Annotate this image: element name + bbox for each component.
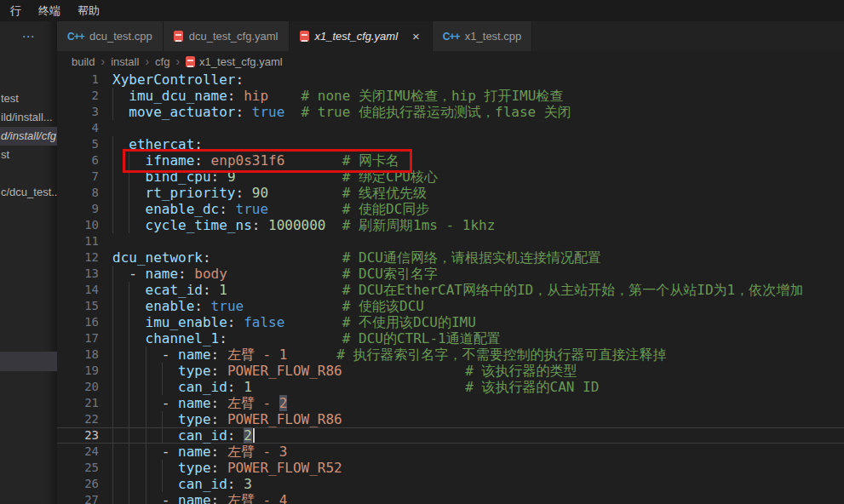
code-line-24[interactable]: 24 - name: 左臂 - 3 xyxy=(57,444,844,460)
tab-dcu-test-cpp[interactable]: C++dcu_test.cpp xyxy=(57,21,164,51)
code-text: can_id: 2 xyxy=(112,427,255,444)
code-line-26[interactable]: 26 can_id: 3 xyxy=(57,476,844,492)
line-number: 21 xyxy=(57,395,112,411)
tab-x1-test-cfg-yaml[interactable]: x1_test_cfg.yaml× xyxy=(290,21,433,51)
code-line-4[interactable]: 4 xyxy=(57,120,844,136)
code-line-6[interactable]: 6 ifname: enp0s31f6 # 网卡名 xyxy=(57,152,844,169)
line-number: 13 xyxy=(57,266,112,282)
code-line-13[interactable]: 13 - name: body # DCU索引名字 xyxy=(57,266,844,282)
line-number: 2 xyxy=(57,88,112,104)
breadcrumb-item-install[interactable]: install xyxy=(111,55,139,68)
code-line-10[interactable]: 10 cycle_time_ns: 1000000 # 刷新周期1ms - 1k… xyxy=(57,217,844,233)
line-number: 10 xyxy=(57,217,112,233)
code-text: - name: 左臂 - 1 # 执行器索引名字，不需要控制的执行器可直接注释掉 xyxy=(112,346,666,363)
chevron-right-icon: › xyxy=(175,54,180,68)
line-number: 23 xyxy=(57,427,112,444)
code-text: ethercat: xyxy=(112,136,203,152)
code-text: enable_dc: true # 使能DC同步 xyxy=(112,201,429,217)
code-line-25[interactable]: 25 type: POWER_FLOW_R52 xyxy=(57,460,844,476)
sidebar-item-label: test xyxy=(1,92,19,105)
code-text: XyberController: xyxy=(112,72,244,88)
breadcrumb: build›install›cfg›x1_test_cfg.yaml xyxy=(57,51,844,72)
code-text: ifname: enp0s31f6 # 网卡名 xyxy=(112,152,399,169)
sidebar-item-label: c/dcu_test... xyxy=(1,186,57,198)
line-number: 5 xyxy=(57,136,112,152)
code-text: can_id: 3 xyxy=(112,476,252,492)
code-line-23[interactable]: 23 can_id: 2 xyxy=(57,427,844,444)
menu-bar: 行终端帮助 xyxy=(0,0,844,21)
sidebar-item-install-cfg[interactable]: d/install/cfg xyxy=(0,127,57,146)
code-text: type: POWER_FLOW_R86 # 该执行器的类型 xyxy=(112,363,577,379)
code-line-7[interactable]: 7 bind_cpu: 9 # 绑定CPU核心 xyxy=(57,169,844,185)
code-line-15[interactable]: 15 enable: true # 使能该DCU xyxy=(57,298,844,314)
line-number: 22 xyxy=(57,411,112,427)
code-line-16[interactable]: 16 imu_enable: false # 不使用该DCU的IMU xyxy=(57,314,844,330)
code-text: ecat_id: 1 # DCU在EtherCAT网络中的ID，从主站开始，第一… xyxy=(112,282,803,298)
word-highlight: 2 xyxy=(244,427,252,444)
line-number: 25 xyxy=(57,460,112,476)
tab-dcu-test-cfg-yaml[interactable]: dcu_test_cfg.yaml xyxy=(164,21,290,51)
yaml-file-icon xyxy=(174,31,183,42)
menu-item-run[interactable]: 行 xyxy=(2,3,30,19)
breadcrumb-item-cfg[interactable]: cfg xyxy=(155,55,169,68)
code-line-22[interactable]: 22 type: POWER_FLOW_R86 xyxy=(57,411,844,427)
sidebar-item-label: ild/install... xyxy=(1,111,53,123)
breadcrumb-item-build[interactable]: build xyxy=(72,55,95,68)
line-number: 8 xyxy=(57,185,112,201)
chevron-right-icon: › xyxy=(145,54,149,68)
code-line-20[interactable]: 20 can_id: 1 # 该执行器的CAN ID xyxy=(57,379,844,395)
code-line-5[interactable]: 5 ethercat: xyxy=(57,136,844,152)
yaml-file-icon xyxy=(186,56,195,67)
menu-item-terminal[interactable]: 终端 xyxy=(30,3,69,19)
sidebar-item-label: st xyxy=(1,148,9,161)
tab-x1-test-cpp[interactable]: C++x1_test.cpp xyxy=(433,21,533,51)
vscode-window: 行终端帮助 ⋯ testild/install...d/install/cfgs… xyxy=(0,0,844,504)
code-line-3[interactable]: 3 move_actuator: true # true 使能执行器运动测试，f… xyxy=(57,104,844,120)
tab-label: dcu_test_cfg.yaml xyxy=(189,30,278,43)
sidebar-item-test[interactable]: test xyxy=(0,89,57,108)
menu-item-help[interactable]: 帮助 xyxy=(69,3,108,19)
code-text: - name: 左臂 - 3 xyxy=(112,444,287,460)
sidebar-item-build-install[interactable]: ild/install... xyxy=(0,108,57,127)
code-text: - name: body # DCU索引名字 xyxy=(112,266,438,282)
code-line-1[interactable]: 1XyberController: xyxy=(57,72,844,88)
text-cursor xyxy=(253,428,255,443)
more-actions-button[interactable]: ⋯ xyxy=(0,21,57,51)
code-text: enable: true # 使能该DCU xyxy=(112,298,424,314)
line-number: 3 xyxy=(57,104,112,120)
line-number: 12 xyxy=(57,249,112,266)
sidebar: ⋯ testild/install...d/install/cfgstc/dcu… xyxy=(0,21,57,504)
breadcrumb-file[interactable]: x1_test_cfg.yaml xyxy=(186,55,283,68)
sidebar-item-dcu-test[interactable]: c/dcu_test... xyxy=(0,183,57,202)
close-icon[interactable]: × xyxy=(411,29,422,43)
code-line-19[interactable]: 19 type: POWER_FLOW_R86 # 该执行器的类型 xyxy=(57,363,844,379)
code-line-2[interactable]: 2 imu_dcu_name: hip # none 关闭IMU检查，hip 打… xyxy=(57,88,844,104)
code-line-18[interactable]: 18 - name: 左臂 - 1 # 执行器索引名字，不需要控制的执行器可直接… xyxy=(57,346,844,363)
code-line-8[interactable]: 8 rt_priority: 90 # 线程优先级 xyxy=(57,185,844,201)
tab-label: x1_test.cpp xyxy=(465,30,522,43)
breadcrumb-file-label: x1_test_cfg.yaml xyxy=(199,55,283,68)
code-line-9[interactable]: 9 enable_dc: true # 使能DC同步 xyxy=(57,201,844,217)
code-editor[interactable]: 1XyberController:2 imu_dcu_name: hip # n… xyxy=(57,72,844,504)
code-line-21[interactable]: 21 - name: 左臂 - 2 xyxy=(57,395,844,411)
ellipsis-icon: ⋯ xyxy=(22,29,36,44)
code-line-11[interactable]: 11 xyxy=(57,233,844,249)
code-text: - name: 左臂 - 2 xyxy=(112,395,287,411)
line-number: 4 xyxy=(57,120,112,136)
sidebar-selected-row[interactable] xyxy=(0,352,57,371)
sidebar-item-label: d/install/cfg xyxy=(1,129,56,142)
sidebar-item-st[interactable]: st xyxy=(0,146,57,164)
code-line-27[interactable]: 27 - name: 左臂 - 4 xyxy=(57,492,844,504)
code-text: can_id: 1 # 该执行器的CAN ID xyxy=(112,379,599,395)
chevron-right-icon: › xyxy=(100,54,105,68)
code-line-14[interactable]: 14 ecat_id: 1 # DCU在EtherCAT网络中的ID，从主站开始… xyxy=(57,282,844,298)
line-number: 1 xyxy=(57,72,112,88)
line-number: 19 xyxy=(57,363,112,379)
line-number: 15 xyxy=(57,298,112,314)
line-number: 6 xyxy=(57,152,112,169)
line-number: 9 xyxy=(57,201,112,217)
code-line-12[interactable]: 12dcu_network: # DCU通信网络，请根据实机连接情况配置 xyxy=(57,249,844,266)
code-line-17[interactable]: 17 channel_1: # DCU的CTRL-1通道配置 xyxy=(57,330,844,346)
code-text: type: POWER_FLOW_R86 xyxy=(112,411,342,427)
code-text: dcu_network: # DCU通信网络，请根据实机连接情况配置 xyxy=(112,249,601,266)
